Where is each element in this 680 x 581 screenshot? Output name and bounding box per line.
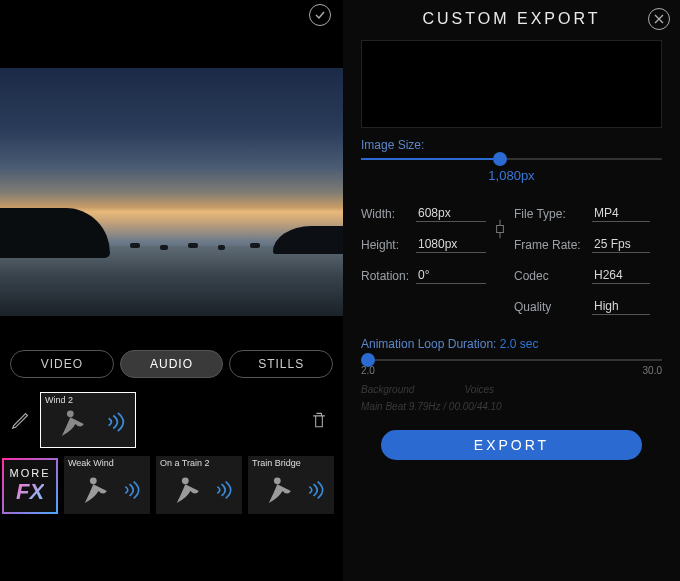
loop-label: Animation Loop Duration: — [361, 337, 496, 351]
filetype-field[interactable]: MP4 — [592, 205, 650, 222]
image-size-value: 1,080px — [361, 168, 662, 183]
loop-value: 2.0 sec — [500, 337, 539, 351]
dancer-icon — [170, 474, 204, 508]
close-button[interactable] — [648, 8, 670, 30]
export-title: CUSTOM EXPORT — [423, 10, 601, 28]
loop-slider[interactable] — [361, 359, 662, 361]
width-label: Width: — [361, 207, 416, 221]
tab-audio[interactable]: AUDIO — [120, 350, 224, 378]
tab-video[interactable]: VIDEO — [10, 350, 114, 378]
edit-icon[interactable] — [10, 409, 32, 431]
export-preview — [361, 40, 662, 128]
check-icon — [314, 9, 326, 21]
more-fx-line1: MORE — [10, 467, 51, 479]
clip-shelf: MORE FX Weak Wind On a Train 2 Train Bri… — [0, 452, 343, 518]
export-panel: CUSTOM EXPORT Image Size: 1,080px Width:… — [343, 0, 680, 581]
close-icon — [654, 14, 664, 24]
quality-label: Quality — [514, 300, 592, 314]
svg-point-0 — [67, 410, 74, 417]
height-field[interactable]: 1080px — [416, 236, 486, 253]
delete-icon[interactable] — [309, 409, 329, 431]
more-fx-button[interactable]: MORE FX — [2, 458, 58, 514]
faded-bg-label: Background — [361, 384, 414, 395]
clip-item[interactable]: Train Bridge — [248, 456, 334, 514]
export-button[interactable]: EXPORT — [381, 430, 642, 460]
svg-point-3 — [274, 477, 281, 484]
preview-image — [0, 68, 343, 316]
mode-tabs: VIDEO AUDIO STILLS — [0, 342, 343, 386]
faded-voices-label: Voices — [464, 384, 494, 395]
rotation-label: Rotation: — [361, 269, 416, 283]
tab-stills[interactable]: STILLS — [229, 350, 333, 378]
link-aspect-icon[interactable] — [493, 218, 507, 240]
selected-clip[interactable]: Wind 2 — [40, 392, 136, 448]
svg-point-2 — [182, 477, 189, 484]
top-bar — [0, 0, 343, 30]
clip-label: Weak Wind — [68, 458, 114, 468]
framerate-field[interactable]: 25 Fps — [592, 236, 650, 253]
clip-label: On a Train 2 — [160, 458, 210, 468]
dancer-icon — [55, 407, 89, 441]
confirm-button[interactable] — [309, 4, 331, 26]
disabled-audio-section: Background Voices Main Beat 9.79Hz / 00.… — [361, 384, 662, 412]
sound-waves-icon — [214, 480, 234, 500]
faded-beat-label: Main Beat 9.79Hz / 00.00/44.10 — [361, 401, 662, 412]
selected-clip-row: Wind 2 — [0, 388, 343, 452]
clip-item[interactable]: On a Train 2 — [156, 456, 242, 514]
sound-waves-icon — [306, 480, 326, 500]
selected-clip-label: Wind 2 — [45, 395, 73, 405]
export-header: CUSTOM EXPORT — [343, 0, 680, 38]
export-settings-grid: Width: 608px File Type: MP4 Height: 1080… — [361, 205, 662, 315]
loop-max: 30.0 — [643, 365, 662, 376]
codec-label: Codec — [514, 269, 592, 283]
height-label: Height: — [361, 238, 416, 252]
editor-pane: VIDEO AUDIO STILLS Wind 2 MORE FX Weak W… — [0, 0, 343, 581]
more-fx-line2: FX — [16, 479, 44, 505]
rotation-field[interactable]: 0° — [416, 267, 486, 284]
dancer-icon — [262, 474, 296, 508]
width-field[interactable]: 608px — [416, 205, 486, 222]
sound-waves-icon — [122, 480, 142, 500]
loop-duration-row: Animation Loop Duration: 2.0 sec 2.0 30.… — [361, 337, 662, 376]
codec-field[interactable]: H264 — [592, 267, 650, 284]
clip-item[interactable]: Weak Wind — [64, 456, 150, 514]
framerate-label: Frame Rate: — [514, 238, 592, 252]
sound-waves-icon — [105, 411, 127, 433]
dancer-icon — [78, 474, 112, 508]
clip-label: Train Bridge — [252, 458, 301, 468]
svg-point-1 — [90, 477, 97, 484]
image-size-label: Image Size: — [361, 138, 662, 152]
filetype-label: File Type: — [514, 207, 592, 221]
image-size-slider[interactable] — [361, 158, 662, 160]
quality-field[interactable]: High — [592, 298, 650, 315]
